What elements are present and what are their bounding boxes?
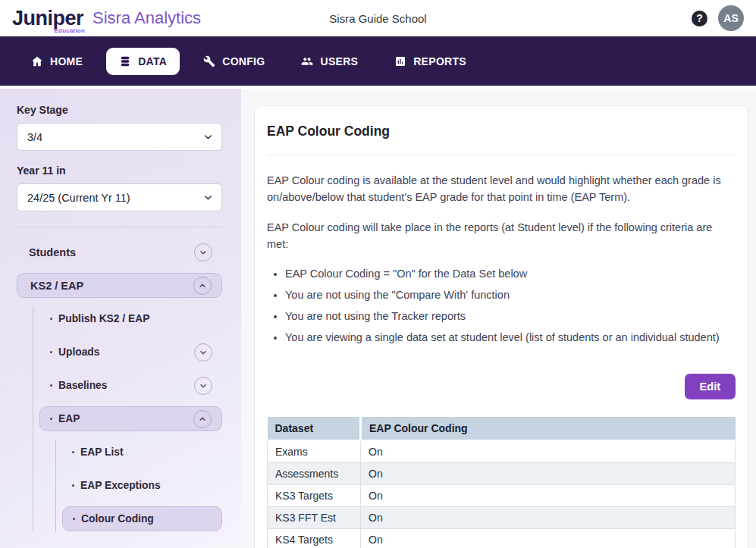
bullet-dot [72,451,74,453]
avatar[interactable]: AS [718,5,744,31]
school-name: Sisra Guide School [329,12,426,25]
table-row: KS4 Targets On [268,528,736,548]
sidebar: Key Stage 3/4 Year 11 in 24/25 (Current … [0,89,241,548]
sidebar-item-label: Publish KS2 / EAP [58,313,149,324]
intro-paragraph: EAP Colour coding is available at the st… [267,172,733,206]
criteria-item: You are not using the Tracker reports [285,308,736,324]
criteria-item: You are not using the "Compare With' fun… [285,287,736,303]
bullet-dot [73,518,75,520]
table-header-row: Dataset EAP Colour Coding [268,417,736,440]
sidebar-item-label: Colour Coding [81,513,154,525]
nav-tab-data[interactable]: DATA [106,48,180,75]
key-stage-label: Key Stage [17,104,222,116]
juniper-education-subtext: Education [55,28,85,34]
sidebar-item-students[interactable]: Students [17,240,222,265]
coding-cell: On [361,484,736,506]
sidebar-tree: Students KS2 / EAP Publish KS2 / EAP Upl… [17,240,222,531]
chevron-down-icon [203,132,213,142]
nav-tab-label: HOME [50,55,83,67]
coding-column-header: EAP Colour Coding [361,417,736,440]
sidebar-item-ks2-eap[interactable]: KS2 / EAP [17,273,222,298]
nav-tab-config[interactable]: CONFIG [190,48,278,75]
chevron-up-icon[interactable] [193,410,212,428]
home-icon [31,55,43,67]
nav-tab-reports[interactable]: REPORTS [381,48,479,75]
colour-coding-table: Dataset EAP Colour Coding Exams On Asses… [267,417,736,548]
dataset-cell: KS4 Targets [268,528,361,548]
criteria-item: EAP Colour Coding = "On" for the Data Se… [285,266,736,282]
nav-tab-label: REPORTS [413,55,466,67]
table-row: KS3 Targets On [268,484,736,506]
chevron-down-icon[interactable] [194,343,212,362]
year11-label: Year 11 in [17,164,222,177]
sidebar-item-uploads[interactable]: Uploads [33,340,222,365]
bullet-dot [72,484,74,487]
users-icon [301,55,313,67]
sidebar-item-label: Baselines [58,380,107,391]
dataset-cell: KS3 Targets [268,484,361,506]
criteria-item: You are viewing a single data set at stu… [285,330,736,346]
page-title: EAP Colour Coding [267,124,736,139]
title-divider [267,155,736,155]
sidebar-item-eap[interactable]: EAP [39,406,222,431]
coding-cell: On [361,528,736,548]
sidebar-item-colour-coding[interactable]: Colour Coding [62,506,222,531]
sidebar-item-label: EAP Exceptions [80,480,161,491]
nav-tab-label: CONFIG [222,55,265,67]
key-stage-value: 3/4 [27,131,42,143]
table-row: Exams On [268,440,736,463]
edit-button[interactable]: Edit [685,374,736,399]
coding-cell: On [361,462,736,484]
sidebar-item-label: EAP [58,413,80,424]
nav-tab-label: DATA [138,55,167,67]
year11-value: 24/25 (Current Yr 11) [27,192,130,204]
sidebar-item-label: KS2 / EAP [30,280,83,292]
dataset-cell: Assessments [268,462,361,484]
content-card: EAP Colour Coding EAP Colour coding is a… [254,105,748,548]
nav-tab-label: USERS [320,55,358,67]
database-icon [119,55,131,67]
year11-select[interactable]: 24/25 (Current Yr 11) [17,183,222,211]
sidebar-item-label: Students [29,246,76,258]
criteria-paragraph: EAP Colour coding will take place in the… [267,219,733,253]
sidebar-item-label: Uploads [58,346,99,358]
sidebar-item-label: EAP List [80,446,123,458]
sidebar-item-eap-exceptions[interactable]: EAP Exceptions [56,473,222,498]
top-header: Juniper Education Sisra Analytics Sisra … [0,0,756,36]
dataset-column-header: Dataset [268,417,361,440]
sidebar-item-publish-ks2-eap[interactable]: Publish KS2 / EAP [33,306,222,331]
nav-tab-users[interactable]: USERS [288,48,371,75]
bullet-dot [50,384,52,387]
nav-tab-home[interactable]: HOME [18,48,96,75]
juniper-logo-text: Juniper [12,7,83,30]
chart-icon [394,55,406,67]
sidebar-divider [17,227,222,227]
table-row: KS3 FFT Est On [268,506,736,528]
chevron-down-icon[interactable] [194,377,212,395]
main-navigation: HOME DATA CONFIG USERS REPORTS [0,36,756,86]
product-name: Sisra Analytics [93,8,201,28]
criteria-list: EAP Colour Coding = "On" for the Data Se… [285,266,736,346]
bullet-dot [50,418,52,420]
chevron-up-icon[interactable] [193,277,212,295]
main-panel: EAP Colour Coding EAP Colour coding is a… [241,89,756,548]
chevron-down-icon[interactable] [194,243,212,261]
coding-cell: On [361,440,736,463]
dataset-cell: Exams [268,440,361,463]
help-icon[interactable]: ? [692,11,707,27]
wrench-icon [203,55,215,67]
key-stage-select[interactable]: 3/4 [17,123,222,151]
bullet-dot [50,351,52,353]
coding-cell: On [361,506,736,528]
sidebar-item-baselines[interactable]: Baselines [33,373,222,398]
table-row: Assessments On [268,462,736,484]
dataset-cell: KS3 FFT Est [268,506,361,528]
juniper-logo: Juniper Education [12,8,83,29]
ks2-eap-children: Publish KS2 / EAP Uploads Baselines EAP [33,306,222,531]
brand-logo[interactable]: Juniper Education Sisra Analytics [12,8,201,29]
eap-children: EAP List EAP Exceptions Colour Coding [55,440,222,531]
bullet-dot [50,318,52,320]
sidebar-item-eap-list[interactable]: EAP List [56,440,222,465]
chevron-down-icon [203,193,213,202]
